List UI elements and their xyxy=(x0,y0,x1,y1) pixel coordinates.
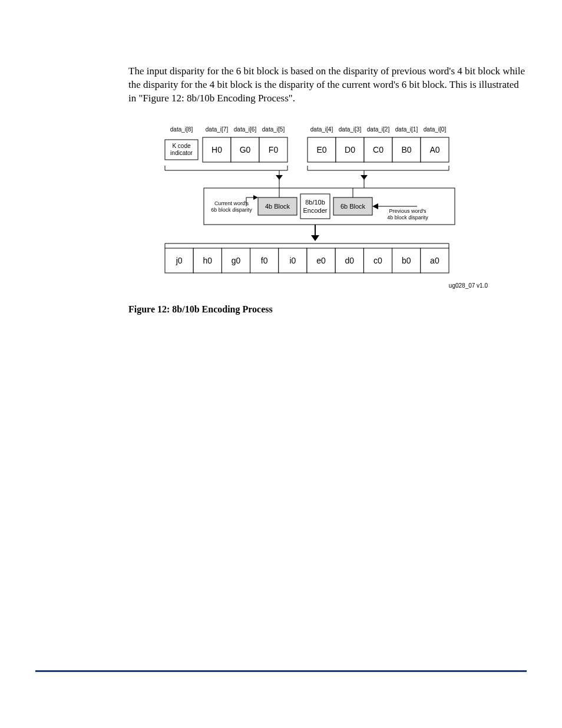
label-data-i-2: data_i[2] xyxy=(367,126,390,133)
encoder-text-1: 8b/10b xyxy=(305,199,325,206)
label-data-i-6: data_i[6] xyxy=(234,126,257,133)
top-bracket-left xyxy=(165,166,287,180)
top-box-G0: G0 xyxy=(240,145,251,154)
bot-box-f0: f0 xyxy=(261,256,268,265)
arrow-down-left-icon xyxy=(276,175,283,180)
bottom-bracket xyxy=(165,243,449,248)
label-data-i-1: data_i[1] xyxy=(395,126,418,133)
bot-box-g0: g0 xyxy=(232,256,241,265)
bot-box-h0: h0 xyxy=(203,256,213,265)
top-box-C0: C0 xyxy=(373,145,384,154)
label-data-i-5: data_i[5] xyxy=(262,126,285,133)
paragraph: The input disparity for the 6 bit block … xyxy=(128,65,527,106)
label-data-i-8: data_i[8] xyxy=(170,126,193,133)
prev-word-1: Previous word's xyxy=(389,208,427,214)
bot-box-i0: i0 xyxy=(289,256,296,265)
label-data-i-0: data_i[0] xyxy=(424,126,447,133)
figure-tag: ug028_07 v1.0 xyxy=(449,282,488,289)
kcode-text-2: indicator xyxy=(170,150,193,156)
bot-box-j0: j0 xyxy=(176,256,183,265)
top-box-D0: D0 xyxy=(345,145,355,154)
4b-block-text: 4b Block xyxy=(265,203,290,210)
figure-caption: Figure 12: 8b/10b Encoding Process xyxy=(128,303,527,316)
label-data-i-7: data_i[7] xyxy=(206,126,229,133)
encoder-text-2: Encoder xyxy=(303,207,328,214)
bot-box-c0: c0 xyxy=(373,256,382,265)
encoder-label-box xyxy=(300,194,330,219)
kcode-text-1: K code xyxy=(172,143,191,149)
arrow-down-right-icon xyxy=(361,175,368,180)
arrow-down-icon xyxy=(311,235,319,241)
top-bracket-right xyxy=(308,166,449,180)
top-box-H0: H0 xyxy=(211,145,222,154)
prev-word-2: 4b block disparity xyxy=(387,215,428,220)
cur-word-2: 6b block disparity xyxy=(211,207,252,213)
bot-box-e0: e0 xyxy=(316,256,326,265)
footer-rule xyxy=(35,670,527,672)
cur-word-1: Current word's xyxy=(214,200,249,206)
label-data-i-4: data_i[4] xyxy=(310,126,333,133)
6b-block-text: 6b Block xyxy=(340,203,366,210)
top-box-B0: B0 xyxy=(401,145,411,154)
top-box-E0: E0 xyxy=(316,145,326,154)
top-box-F0: F0 xyxy=(269,145,279,154)
figure-12: data_i[8] data_i[7] data_i[6] data_i[5] … xyxy=(164,123,527,298)
label-data-i-3: data_i[3] xyxy=(339,126,362,133)
bot-box-d0: d0 xyxy=(345,256,355,265)
bot-box-a0: a0 xyxy=(430,256,439,265)
top-box-A0: A0 xyxy=(429,145,439,154)
bot-box-b0: b0 xyxy=(402,256,411,265)
